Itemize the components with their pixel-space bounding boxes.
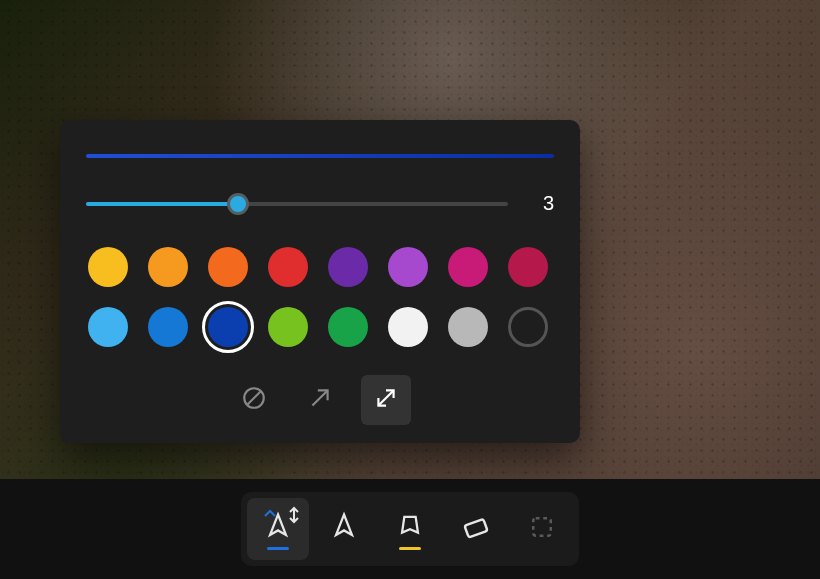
color-swatch-crimson[interactable] — [508, 247, 548, 287]
color-swatch-azure[interactable] — [148, 307, 188, 347]
color-swatch-orange[interactable] — [208, 247, 248, 287]
highlighter-icon — [395, 510, 425, 548]
pencil-icon — [329, 510, 359, 548]
color-swatch-violet[interactable] — [388, 247, 428, 287]
thickness-value: 3 — [530, 192, 554, 215]
svg-line-2 — [312, 390, 327, 405]
pen-options-panel: 3 — [60, 120, 580, 443]
crop-icon — [527, 510, 557, 548]
tool-highlighter[interactable] — [379, 498, 441, 560]
tip-single-arrow-button[interactable] — [295, 375, 345, 425]
svg-line-1 — [248, 392, 261, 405]
tool-underline — [399, 547, 421, 550]
color-swatch-blue[interactable] — [208, 307, 248, 347]
color-swatch-sky[interactable] — [88, 307, 128, 347]
tip-double-arrow-button[interactable] — [361, 375, 411, 425]
color-swatch-yellow[interactable] — [88, 247, 128, 287]
tool-underline — [267, 547, 289, 550]
no-tip-icon — [241, 385, 267, 415]
tip-none-button[interactable] — [229, 375, 279, 425]
color-swatch-purple[interactable] — [328, 247, 368, 287]
svg-rect-9 — [533, 518, 551, 536]
tool-pen[interactable] — [247, 498, 309, 560]
color-swatches — [86, 245, 554, 349]
double-arrow-icon — [373, 385, 399, 415]
tool-pencil[interactable] — [313, 498, 375, 560]
stroke-preview — [86, 154, 554, 158]
color-swatch-white[interactable] — [388, 307, 428, 347]
bottom-toolbar — [0, 479, 820, 579]
color-swatch-gray[interactable] — [448, 307, 488, 347]
tool-group — [241, 492, 579, 566]
color-swatch-amber[interactable] — [148, 247, 188, 287]
arrow-tip-row — [86, 375, 554, 425]
arrow-up-right-icon — [307, 385, 333, 415]
slider-fill — [86, 202, 238, 206]
color-swatch-custom[interactable] — [508, 307, 548, 347]
chevron-up-icon — [263, 504, 277, 522]
tool-crop[interactable] — [511, 498, 573, 560]
eraser-icon — [461, 510, 491, 548]
color-swatch-lime[interactable] — [268, 307, 308, 347]
svg-line-3 — [378, 390, 393, 405]
svg-marker-7 — [402, 517, 418, 533]
thickness-slider[interactable] — [86, 193, 508, 215]
thickness-row: 3 — [86, 192, 554, 215]
color-swatch-magenta[interactable] — [448, 247, 488, 287]
slider-thumb[interactable] — [227, 193, 249, 215]
color-swatch-green[interactable] — [328, 307, 368, 347]
up-down-arrow-icon — [287, 506, 301, 528]
svg-rect-8 — [464, 519, 487, 538]
tool-eraser[interactable] — [445, 498, 507, 560]
svg-marker-6 — [336, 515, 352, 535]
color-swatch-red[interactable] — [268, 247, 308, 287]
